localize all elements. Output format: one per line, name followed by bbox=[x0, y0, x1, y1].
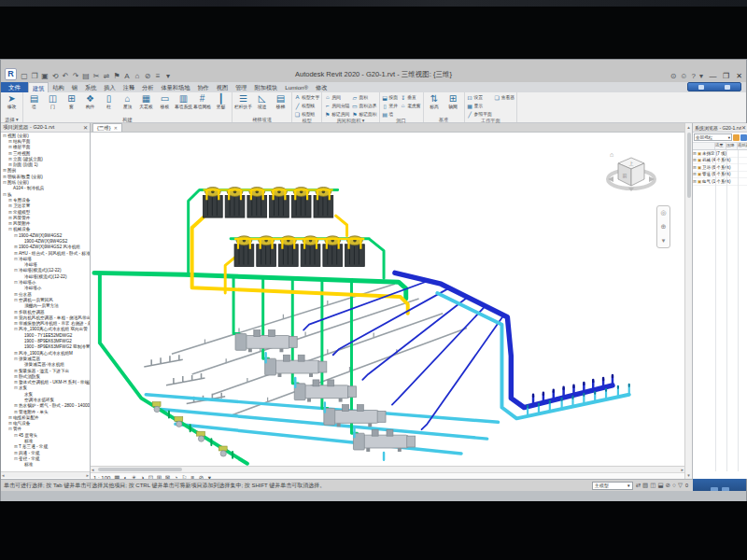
close-button[interactable]: ✕ bbox=[734, 72, 744, 80]
redo-icon[interactable]: ↷ bbox=[71, 72, 80, 80]
scroll-right-icon[interactable]: ▸ bbox=[86, 472, 89, 478]
show-workplane-button[interactable]: ▦显示 bbox=[467, 102, 492, 109]
scroll-right-icon[interactable]: ▸ bbox=[681, 467, 684, 472]
infocenter-panel[interactable] bbox=[687, 82, 741, 91]
new-icon[interactable]: ▢ bbox=[20, 72, 29, 80]
shaft-button[interactable]: ▯竖井 bbox=[382, 102, 399, 109]
open-icon[interactable]: ❐ bbox=[30, 72, 39, 80]
close-icon[interactable]: ✕ bbox=[83, 124, 90, 131]
worksets-icon[interactable]: ⇄ bbox=[636, 482, 641, 489]
cooling-tower-bank-2[interactable] bbox=[234, 236, 364, 267]
project-browser-scrollbar[interactable]: ◂ ▸ bbox=[1, 471, 90, 478]
print-icon[interactable]: ▤ bbox=[81, 72, 91, 80]
undo-icon[interactable]: ↶ bbox=[61, 72, 70, 80]
canvas-horizontal-scrollbar[interactable]: ◂ ▸ bbox=[91, 466, 684, 472]
area-boundary-button[interactable]: ▭面积边界 bbox=[351, 102, 376, 109]
select-pinned-icon[interactable]: ○ bbox=[672, 482, 676, 489]
viewer-button[interactable]: ❏查看器 bbox=[494, 93, 514, 101]
tab-systems[interactable]: 系统 bbox=[81, 82, 100, 92]
system-row[interactable]: ⊞▣电气 (1 个系统) bbox=[693, 178, 747, 186]
system-row[interactable]: ⊞▣机械 (4 个系统) bbox=[693, 158, 747, 165]
tab-annotate[interactable]: 注释 bbox=[120, 82, 138, 92]
window-button[interactable]: ⊞窗 bbox=[63, 93, 80, 109]
default-3d-view-icon[interactable]: ⌂ bbox=[133, 72, 142, 80]
thin-lines-icon[interactable]: ≡ bbox=[153, 72, 162, 80]
floor-button[interactable]: ▭楼板 bbox=[156, 93, 174, 109]
railing-button[interactable]: ☰栏杆扶手 bbox=[234, 93, 252, 109]
system-row[interactable]: ⊞▣未指定 (7 项) bbox=[693, 150, 747, 158]
tab-steel[interactable]: 钢 bbox=[68, 82, 81, 92]
tree-item[interactable]: ⊞1900-4ZW(X)9W4GS2 风冷机组 bbox=[1, 245, 90, 250]
scroll-left-icon[interactable]: ◂ bbox=[2, 472, 5, 478]
design-option-select[interactable]: 主模型 ▾ bbox=[592, 482, 633, 490]
zoom-icon[interactable]: ⊕ bbox=[661, 223, 667, 231]
column-button[interactable]: ▯柱 bbox=[100, 93, 118, 109]
close-icon[interactable]: ✕ bbox=[114, 125, 118, 131]
ref-plane-button[interactable]: ╱参照平面 bbox=[467, 110, 492, 118]
tab-massing-site[interactable]: 体量和场地 bbox=[157, 82, 193, 92]
curtain-system-button[interactable]: ▥幕墙系统 bbox=[175, 93, 192, 109]
wall-button[interactable]: ▤墙 bbox=[25, 93, 43, 109]
tree-item[interactable]: ⊞室内机风机空调器 - 单相 - 侧送风带出口格栅 bbox=[1, 315, 90, 320]
sync-icon[interactable]: ⟲ bbox=[50, 72, 60, 80]
tag-area-button[interactable]: ⚑标记面积 bbox=[351, 110, 376, 118]
tree-item[interactable]: 标准 bbox=[1, 462, 90, 468]
set-workplane-button[interactable]: ⊡设置 bbox=[467, 93, 492, 101]
cut-icon[interactable]: ✂ bbox=[92, 72, 101, 80]
level-button[interactable]: ⇅标高 bbox=[426, 93, 444, 109]
filter-icon[interactable]: ▽ bbox=[678, 482, 683, 489]
vertical-opening-button[interactable]: ↧垂直 bbox=[400, 93, 420, 101]
yellow-pipes[interactable] bbox=[192, 216, 408, 314]
restore-button[interactable]: ❐ bbox=[721, 72, 731, 80]
tab-analyze[interactable]: 分析 bbox=[138, 82, 157, 92]
tree-item[interactable]: ⊞整体式空调机组 - UKM-H 系列 - 带端盖 - 100-175-CN bbox=[1, 379, 90, 385]
exclude-options-icon[interactable]: ◫ bbox=[650, 482, 655, 489]
room-button[interactable]: ⌂房间 bbox=[324, 93, 349, 101]
system-row[interactable]: ⊞▣卫浴 (6 个系统) bbox=[693, 164, 747, 172]
tab-architecture[interactable]: 建筑 bbox=[28, 82, 49, 92]
scroll-left-icon[interactable]: ◂ bbox=[92, 467, 94, 472]
room-separator-button[interactable]: ⌐房间分隔 bbox=[324, 102, 349, 109]
stair-button[interactable]: ▤楼梯 bbox=[272, 93, 289, 109]
area-button[interactable]: ▱面积 bbox=[351, 93, 376, 101]
column-header[interactable]: 底部高程 bbox=[738, 143, 747, 149]
navbar-more-icon[interactable]: ▾ bbox=[662, 237, 666, 245]
system-browser-header[interactable]: 系统浏览器 - G20-1.rvt ✕ bbox=[693, 123, 747, 133]
scrollbar-thumb[interactable] bbox=[98, 468, 182, 471]
tab-structure[interactable]: 结构 bbox=[49, 82, 67, 92]
measure-icon[interactable]: ⇌ bbox=[102, 72, 111, 80]
press-drag-icon[interactable]: ⬓ bbox=[657, 482, 663, 489]
curtain-grid-button[interactable]: #幕墙网格 bbox=[193, 93, 211, 109]
dropdown-icon[interactable]: ▾ bbox=[699, 72, 703, 80]
revit-logo-icon[interactable]: R bbox=[5, 68, 17, 80]
tree-item[interactable]: ⊞热水锅炉 - 燃气 - 卧式 - 2800 - 14000 kW bbox=[1, 403, 90, 409]
tree-item[interactable]: ⊞带减振垫的风冷机组 - 吊装 右侧进 - 底部出风 bbox=[1, 321, 90, 327]
navigation-bar[interactable]: ◎ ⊕ ▾ bbox=[656, 205, 670, 248]
close-icon[interactable]: ✕ bbox=[741, 124, 747, 131]
minimize-button[interactable]: — bbox=[708, 72, 718, 80]
roof-button[interactable]: ⌂屋顶 bbox=[119, 93, 136, 109]
text-icon[interactable]: A bbox=[122, 72, 132, 80]
column-header[interactable]: 流量 bbox=[715, 143, 726, 149]
cooling-tower-bank-1[interactable] bbox=[203, 188, 332, 218]
component-button[interactable]: ❖构件 bbox=[81, 93, 99, 109]
tree-item[interactable]: ⊟风冷_1900离心式冷水机组 双向出管 bbox=[1, 327, 90, 332]
ceiling-button[interactable]: ▦天花板 bbox=[137, 93, 155, 109]
tab-lumion[interactable]: Lumion® bbox=[281, 82, 312, 92]
column-header[interactable]: 压降 bbox=[726, 143, 738, 149]
steering-wheel-icon[interactable]: ◎ bbox=[660, 209, 666, 217]
columns-icon[interactable] bbox=[740, 134, 747, 141]
search-icon[interactable]: ⊙ bbox=[670, 72, 677, 80]
modify-button[interactable]: ➤修改 bbox=[3, 93, 21, 109]
drawing-canvas[interactable]: 上 前 ⌂ ◎ ⊕ ▾ bbox=[91, 133, 684, 466]
view-cube[interactable]: 上 前 ⌂ bbox=[606, 149, 658, 200]
wall-opening-button[interactable]: ▤墙 bbox=[382, 110, 399, 118]
tab-manage[interactable]: 管理 bbox=[232, 82, 250, 92]
tree-item[interactable]: ⊞AHU - 组合式 - 回风机组 - 卧式 - 标准 - 2000 - 500… bbox=[1, 250, 90, 256]
section-icon[interactable]: ⊘ bbox=[143, 72, 152, 80]
tab-view[interactable]: 视图 bbox=[213, 82, 232, 92]
help-icon[interactable]: ? bbox=[692, 72, 696, 80]
by-face-button[interactable]: ⬓按面 bbox=[382, 93, 399, 101]
tab-insert[interactable]: 插入 bbox=[100, 82, 119, 92]
tab-collaborate[interactable]: 协作 bbox=[193, 82, 212, 92]
